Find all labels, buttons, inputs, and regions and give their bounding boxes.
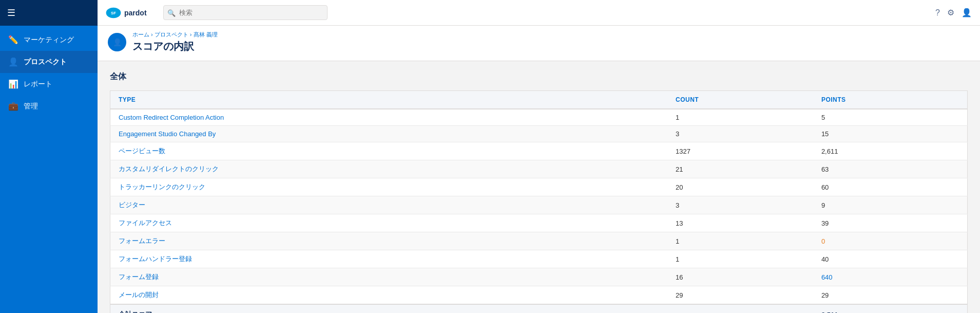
cell-count: 16 [667, 268, 813, 286]
table-row: フォームハンドラー登録140 [110, 250, 968, 268]
cell-count: 1 [667, 250, 813, 268]
cell-type[interactable]: Engagement Studio Changed By [110, 126, 668, 142]
marketing-icon: ✏️ [8, 35, 18, 45]
sidebar-item-label-admin: 管理 [24, 102, 38, 111]
cell-type[interactable]: フォーム登録 [110, 268, 668, 286]
col-header-points: POINTS [813, 91, 968, 109]
topbar-logo: SF pardot [106, 7, 147, 19]
main-content: 👤 ホーム › プロスペクト › 髙林 義理 スコアの内訳 全体 TYPE CO… [98, 26, 980, 313]
cell-count: 13 [667, 214, 813, 232]
footer-count-empty [667, 304, 813, 313]
cell-count: 3 [667, 126, 813, 142]
content-area: 全体 TYPE COUNT POINTS Custom Redirect Com… [98, 61, 980, 313]
sidebar-item-report[interactable]: 📊 レポート [0, 73, 98, 95]
cell-points: 15 [813, 126, 968, 142]
avatar: 👤 [108, 33, 126, 51]
cell-points: 5 [813, 109, 968, 126]
cell-count: 20 [667, 178, 813, 196]
sidebar-item-marketing[interactable]: ✏️ マーケティング [0, 29, 98, 51]
cell-type[interactable]: ページビュー数 [110, 142, 668, 160]
sidebar-item-prospect[interactable]: 👤 プロスペクト [0, 51, 98, 73]
cell-type[interactable]: フォームエラー [110, 232, 668, 250]
col-header-count: COUNT [667, 91, 813, 109]
cell-points: 9 [813, 196, 968, 214]
table-row: メールの開封2929 [110, 286, 968, 305]
table-row: Engagement Studio Changed By315 [110, 126, 968, 142]
hamburger-icon[interactable]: ☰ [7, 7, 15, 19]
cell-type[interactable]: ビジター [110, 196, 668, 214]
cell-points: 39 [813, 214, 968, 232]
cell-count: 1327 [667, 142, 813, 160]
table-row: Custom Redirect Completion Action15 [110, 109, 968, 126]
score-table: TYPE COUNT POINTS Custom Redirect Comple… [110, 90, 968, 313]
cell-type[interactable]: ファイルアクセス [110, 214, 668, 232]
table-body: Custom Redirect Completion Action15Engag… [110, 109, 968, 304]
search-icon: 🔍 [167, 9, 176, 16]
breadcrumb-name[interactable]: 髙林 義理 [194, 31, 218, 38]
search-input[interactable] [163, 5, 328, 20]
prospect-icon: 👤 [8, 57, 18, 67]
cell-count: 29 [667, 286, 813, 305]
cell-type[interactable]: カスタムリダイレクトのクリック [110, 160, 668, 178]
cell-points: 640 [813, 268, 968, 286]
breadcrumb-prospect[interactable]: プロスペクト [155, 31, 188, 38]
breadcrumb-sep1: › [151, 31, 155, 38]
sidebar: ☰ ✏️ マーケティング 👤 プロスペクト 📊 レポート 💼 管理 [0, 0, 98, 313]
sidebar-header[interactable]: ☰ [0, 0, 98, 26]
table-row: ファイルアクセス1339 [110, 214, 968, 232]
cell-type[interactable]: Custom Redirect Completion Action [110, 109, 668, 126]
salesforce-logo-icon: SF [106, 7, 121, 19]
table-row: フォームエラー10 [110, 232, 968, 250]
table-row: フォーム登録16640 [110, 268, 968, 286]
cell-points: 40 [813, 250, 968, 268]
admin-icon: 💼 [8, 101, 18, 111]
pardot-label: pardot [124, 9, 147, 17]
sidebar-item-label-prospect: プロスペクト [24, 58, 67, 67]
svg-text:SF: SF [111, 11, 116, 15]
settings-button[interactable]: ⚙ [947, 8, 954, 17]
table-footer: 合計スコア 3,511 [110, 304, 968, 313]
sidebar-item-label-marketing: マーケティング [24, 35, 74, 45]
cell-count: 21 [667, 160, 813, 178]
breadcrumb-sep2: › [190, 31, 194, 38]
cell-points: 63 [813, 160, 968, 178]
breadcrumb: ホーム › プロスペクト › 髙林 義理 [132, 31, 218, 39]
cell-points: 29 [813, 286, 968, 305]
sidebar-item-label-report: レポート [24, 80, 52, 89]
cell-type[interactable]: メールの開封 [110, 286, 668, 305]
user-avatar-button[interactable]: 👤 [962, 8, 972, 17]
cell-count: 1 [667, 109, 813, 126]
cell-points: 2,611 [813, 142, 968, 160]
cell-points: 0 [813, 232, 968, 250]
footer-total-points: 3,511 [813, 304, 968, 313]
cell-count: 1 [667, 232, 813, 250]
cell-points: 60 [813, 178, 968, 196]
header-text: ホーム › プロスペクト › 髙林 義理 スコアの内訳 [132, 31, 218, 53]
table-row: カスタムリダイレクトのクリック2163 [110, 160, 968, 178]
page-header: 👤 ホーム › プロスペクト › 髙林 義理 スコアの内訳 [98, 26, 980, 61]
table-row: ページビュー数13272,611 [110, 142, 968, 160]
help-button[interactable]: ? [935, 8, 940, 17]
col-header-type: TYPE [110, 91, 668, 109]
sidebar-nav: ✏️ マーケティング 👤 プロスペクト 📊 レポート 💼 管理 [0, 26, 98, 117]
table-header: TYPE COUNT POINTS [110, 91, 968, 109]
table-row: ビジター39 [110, 196, 968, 214]
topbar: SF pardot 🔍 ? ⚙ 👤 [98, 0, 980, 26]
cell-count: 3 [667, 196, 813, 214]
breadcrumb-home[interactable]: ホーム [132, 31, 149, 38]
footer-label: 合計スコア [110, 304, 668, 313]
section-title: 全体 [110, 71, 968, 82]
sidebar-item-admin[interactable]: 💼 管理 [0, 95, 98, 117]
topbar-search: 🔍 [163, 5, 328, 20]
topbar-actions: ? ⚙ 👤 [935, 8, 972, 17]
table-row: トラッカーリンクのクリック2060 [110, 178, 968, 196]
cell-type[interactable]: トラッカーリンクのクリック [110, 178, 668, 196]
report-icon: 📊 [8, 79, 18, 89]
cell-type[interactable]: フォームハンドラー登録 [110, 250, 668, 268]
page-title: スコアの内訳 [132, 40, 218, 53]
